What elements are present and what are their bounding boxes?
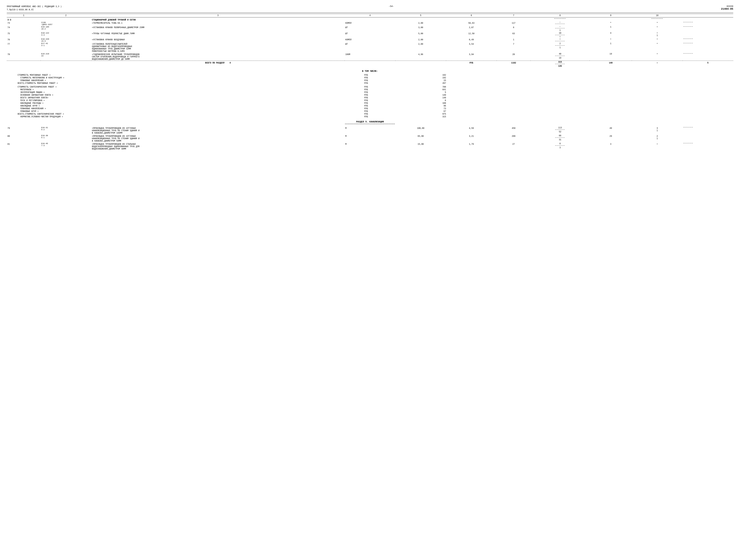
col-header-1: 1 bbox=[7, 14, 40, 17]
total-label: ВСЕГО ПО РАЗДЕЛУ 4 bbox=[91, 61, 345, 68]
page-number: -54- bbox=[389, 5, 394, 8]
row-total: 117 bbox=[497, 21, 531, 26]
row-price: 1,79 bbox=[446, 143, 497, 150]
row-desc: =ПРОКЛАДКА ТРУБОПРОВОДОВ ИЗ СТАЛЬНЫХВОДО… bbox=[91, 143, 345, 150]
list-item: СТОИМОСТЬ МАТЕРИАЛОВ И КОНСТРУКЦИЯ = РУБ… bbox=[17, 77, 447, 79]
table-row: 80 Е16-305-1 =ПРОКЛАДКА ТРУБОПРОВОДОВ ИЗ… bbox=[7, 134, 733, 143]
row-num: 75 bbox=[7, 32, 40, 38]
rows2-table: 79 Е16-315-2 =ПРОКЛАДКА ТРУБОПРОВОДОВ ИЗ… bbox=[7, 126, 733, 150]
row-total: 63 bbox=[497, 32, 531, 38]
header-line2: Т.Пр218-1-0333.86 А.VI bbox=[7, 8, 62, 11]
col-header-3: 3 bbox=[91, 14, 345, 17]
row-num: 77 bbox=[7, 42, 40, 53]
header-line1: ПРОГРАММНЫЙ КОМПЛЕКС АВС-3ЕС ( РЕДАКЦИЯ … bbox=[7, 5, 62, 8]
col-header-2: 2 bbox=[40, 14, 91, 17]
row-total: 209 bbox=[497, 134, 531, 143]
row-price: 0,49 bbox=[446, 38, 497, 42]
total-row: ВСЕГО ПО РАЗДЕЛУ 4 РУБ 1182 315 ••••••••… bbox=[7, 61, 733, 68]
list-item: НОРМАТИВ.УСЛОВНО-ЧИСТАЯ ПРОДУКЦИЯ = РУБ … bbox=[17, 115, 447, 118]
section-33-num: 3-3 bbox=[7, 17, 91, 21]
row-qty: 2,00 bbox=[395, 42, 446, 53]
row-num: 79 bbox=[7, 126, 40, 134]
table-row: 78 Е16-21922 =ГИДРАВЛИЧЕСКОЕ ИСПЫТАНИЕ Т… bbox=[7, 53, 733, 61]
table-row: 81 Е16-457-3 =ПРОКЛАДКА ТРУБОПРОВОДОВ ИЗ… bbox=[7, 143, 733, 150]
column-header-row: 1 2 3 4 5 6 7 8 9 10 bbox=[7, 14, 733, 17]
total-val3: 140 bbox=[590, 61, 632, 68]
list-item: ПЛАНОВЫЕ НАКОПЛЕНИЯ = РУБ 15 bbox=[17, 79, 447, 82]
doc-number: 21484-05 bbox=[721, 8, 733, 10]
row-price: 2,07 bbox=[446, 26, 497, 32]
section-33-title: СТАЦИОНАРНОЙ ДУШЕВОЙ ТРУБКОЙ И СЕТОК bbox=[91, 17, 531, 21]
row-num: 76 bbox=[7, 38, 40, 42]
row-code: Е17-423-1 bbox=[40, 42, 91, 53]
row-total: 1 bbox=[497, 38, 531, 42]
row-qty: 100,00 bbox=[395, 126, 446, 134]
table-row: 76 Е18-22915-5 =УСТАНОВКА КРАНОВ ВОЗДУШН… bbox=[7, 38, 733, 42]
row-desc: =УСТАНОВКА ПОЛОТЕНЦЕСУШИТЕЛЕЙОДНОВИТКОВЫ… bbox=[91, 42, 345, 53]
row-unit: ШТ bbox=[345, 26, 395, 32]
col-header-10: 10 bbox=[632, 14, 682, 17]
row-price: 12,50 bbox=[446, 32, 497, 38]
header-right: 83339 21484-05 bbox=[721, 5, 733, 10]
row-price: 58,63 bbox=[446, 21, 497, 26]
list-item: ПЛАНОВЫЕ НУЧП = РУБ 67 bbox=[17, 110, 447, 113]
col-header-4: 4 bbox=[345, 14, 395, 17]
row-price: 3,94 bbox=[446, 53, 497, 61]
table-row: 73 С130!ДОП2-3257 =ТЕРМОСМЕСИТЕЛЬ ТСВБ-5… bbox=[7, 21, 733, 26]
row-unit: ШТ bbox=[345, 42, 395, 53]
header-left: ПРОГРАММНЫЙ КОМПЛЕКС АВС-3ЕС ( РЕДАКЦИЯ … bbox=[7, 5, 62, 11]
total-val4: 5 bbox=[682, 61, 733, 68]
row-total: 27 bbox=[497, 143, 531, 150]
row-code: Е16-18516-2 bbox=[40, 26, 91, 32]
list-item: СТОИМОСТЬ МОНТАЖНЫХ РАБОТ = РУБ 192 bbox=[17, 74, 447, 77]
row-unit: М bbox=[345, 126, 395, 134]
list-item: НАКЛАДНЫЕ НУЧП = РУБ 96 bbox=[17, 105, 447, 107]
in-total-block: СТОИМОСТЬ МОНТАЖНЫХ РАБОТ = РУБ 192 СТОИ… bbox=[7, 74, 733, 118]
row-unit: КОМПЛ bbox=[345, 21, 395, 26]
row-num: 81 bbox=[7, 143, 40, 150]
section5-title: РАЗДЕЛ 5. КАНАЛИЗАЦИЯ bbox=[7, 120, 733, 123]
row-code: Е16-305-1 bbox=[40, 134, 91, 143]
row-qty: 65,00 bbox=[395, 134, 446, 143]
list-item: ПУСК И РЕГУЛИРОВКА = РУБ 6 bbox=[17, 99, 447, 102]
table-row: 74 Е16-18516-2 =УСТАНОВКА КРАНОВ ПОЛИРО4… bbox=[7, 26, 733, 32]
row-unit: ШТ bbox=[345, 32, 395, 38]
row-price: 3,54 bbox=[446, 42, 497, 53]
header: ПРОГРАММНЫЙ КОМПЛЕКС АВС-3ЕС ( РЕДАКЦИЯ … bbox=[7, 5, 733, 11]
row-desc: =ПРОКЛАДКА ТРУБОПРОВОДОВ ИЗ 4УГУННЫХКАНА… bbox=[91, 126, 345, 134]
col-header-11 bbox=[682, 14, 733, 17]
section5-header: РАЗДЕЛ 5. КАНАЛИЗАЦИЯ ==================… bbox=[7, 120, 733, 125]
list-item: ЭКСПЛУАТАЦИЯ МАШИН = РУБ 5 bbox=[17, 91, 447, 94]
row-price: 4,59 bbox=[446, 126, 497, 134]
row-unit: М bbox=[345, 143, 395, 150]
col-header-6: 6 bbox=[446, 14, 497, 17]
row-qty: 5,00 bbox=[395, 32, 446, 38]
row-num: 78 bbox=[7, 53, 40, 61]
row-desc: =УСТАНОВКА КРАНОВ ВОЗДУШНЫХ bbox=[91, 38, 345, 42]
col-header-9: 9 bbox=[590, 14, 632, 17]
row-price: 3,21 bbox=[446, 134, 497, 143]
row-total: 20 bbox=[497, 53, 531, 61]
right-code: 83339 bbox=[721, 5, 733, 8]
table-row: 79 Е16-315-2 =ПРОКЛАДКА ТРУБОПРОВОДОВ ИЗ… bbox=[7, 126, 733, 134]
col-header-8: 8 bbox=[531, 14, 590, 17]
section-33-row: 3-3 СТАЦИОНАРНОЙ ДУШЕВОЙ ТРУБКОЙ И СЕТОК… bbox=[7, 17, 733, 21]
row-code: Е16-315-2 bbox=[40, 126, 91, 134]
row-qty: 2,00 bbox=[395, 21, 446, 26]
row-num: 73 bbox=[7, 21, 40, 26]
col-header-7: 7 bbox=[497, 14, 531, 17]
list-item: НАКЛАДНЫЕ РАСХОДЫ = РУБ 108 bbox=[17, 102, 447, 105]
list-item: СТОИМОСТЬ САНТЕХНИЧЕСКИХ РАБОТ = РУБ 788 bbox=[17, 86, 447, 88]
row-unit: М bbox=[345, 134, 395, 143]
list-item: ВСЕГО,СТОИМОСТЬ САНТЕХНИЧЕСКИХ РАБОТ = Р… bbox=[17, 113, 447, 115]
list-item: МАТЕРИАЛЫ = РУБ 641 bbox=[17, 88, 447, 91]
row-num: 80 bbox=[7, 134, 40, 143]
row-desc: =УСТАНОВКА КРАНОВ ПОЛИРО4НЫХ,ДИАМЕТРОМ 2… bbox=[91, 26, 345, 32]
row-code: Е18-22915-5 bbox=[40, 38, 91, 42]
row-qty: 4,96 bbox=[395, 53, 446, 61]
row-total: 459 bbox=[497, 126, 531, 134]
in-total-header: В ТОМ ЧИСЛЕ: bbox=[7, 70, 733, 73]
section5-equals: ======================================= bbox=[7, 123, 733, 125]
col-header-5: 5 bbox=[395, 14, 446, 17]
row-unit: 100М bbox=[345, 53, 395, 61]
